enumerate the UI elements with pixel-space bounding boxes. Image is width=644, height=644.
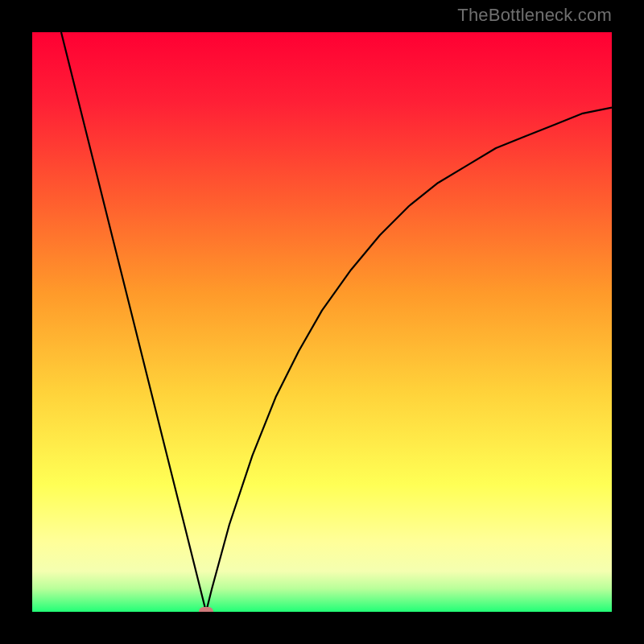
bottleneck-curve bbox=[32, 32, 612, 612]
optimal-point-marker bbox=[199, 607, 213, 612]
plot-area bbox=[32, 32, 612, 612]
watermark-text: TheBottleneck.com bbox=[457, 5, 612, 26]
chart-container: TheBottleneck.com bbox=[0, 0, 644, 644]
